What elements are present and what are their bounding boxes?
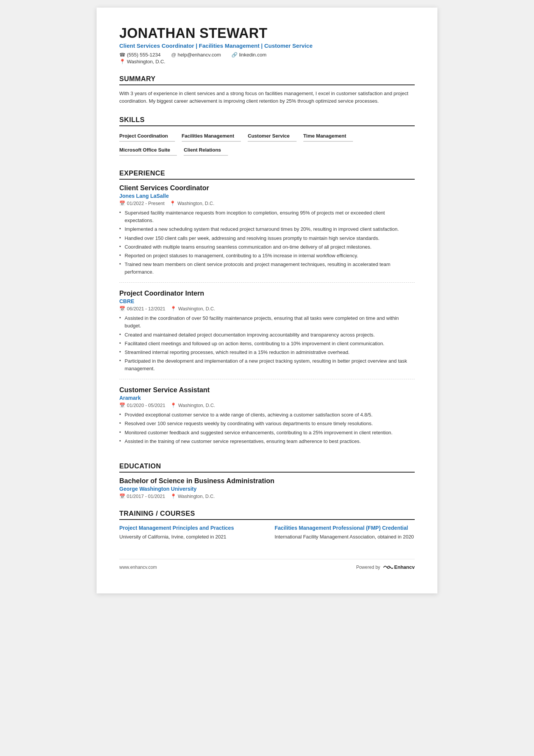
summary-section: SUMMARY With 3 years of experience in cl… bbox=[119, 75, 415, 106]
job-dates: 📅 01/2022 - Present bbox=[119, 200, 164, 206]
edu-school: George Washington University bbox=[119, 486, 415, 492]
page-footer: www.enhancv.com Powered by Enhancv bbox=[119, 559, 415, 571]
skills-section: SKILLS Project CoordinationFacilities Ma… bbox=[119, 116, 415, 159]
company-name: Jones Lang LaSalle bbox=[119, 193, 415, 199]
experience-entry: Customer Service Assistant Aramark 📅 01/… bbox=[119, 386, 415, 452]
training-desc: International Facility Management Associ… bbox=[275, 533, 415, 541]
phone-contact: ☎ (555) 555-1234 bbox=[119, 52, 161, 58]
skill-item: Client Relations bbox=[184, 145, 228, 156]
bullet-item: Participated in the development and impl… bbox=[119, 357, 415, 373]
education-heading: EDUCATION bbox=[119, 462, 415, 473]
location-icon: 📍 bbox=[170, 402, 176, 408]
location-icon: 📍 bbox=[170, 200, 176, 206]
contact-info: ☎ (555) 555-1234 @ help@enhancv.com 🔗 li… bbox=[119, 52, 415, 58]
training-title: Project Management Principles and Practi… bbox=[119, 524, 259, 532]
skill-item: Customer Service bbox=[248, 131, 297, 142]
training-section: TRAINING / COURSES Project Management Pr… bbox=[119, 510, 415, 541]
date-range: 06/2021 - 12/2021 bbox=[127, 306, 165, 311]
enhancv-logo-icon bbox=[383, 564, 393, 571]
summary-text: With 3 years of experience in client ser… bbox=[119, 90, 415, 106]
education-entries: Bachelor of Science in Business Administ… bbox=[119, 477, 415, 499]
education-entry: Bachelor of Science in Business Administ… bbox=[119, 477, 415, 499]
bullet-item: Handled over 150 client calls per week, … bbox=[119, 235, 415, 242]
experience-section: EXPERIENCE Client Services Coordinator J… bbox=[119, 169, 415, 452]
training-item: Project Management Principles and Practi… bbox=[119, 524, 259, 541]
training-grid: Project Management Principles and Practi… bbox=[119, 524, 415, 541]
job-dates: 📅 01/2020 - 05/2021 bbox=[119, 402, 165, 408]
summary-heading: SUMMARY bbox=[119, 75, 415, 85]
training-title: Facilities Management Professional (FMP)… bbox=[275, 524, 415, 532]
job-meta: 📅 01/2020 - 05/2021 📍 Washington, D.C. bbox=[119, 402, 415, 408]
location-text: Washington, D.C. bbox=[178, 403, 215, 408]
edu-meta: 📅 01/2017 - 01/2021 📍 Washington, D.C. bbox=[119, 493, 415, 499]
bullet-item: Monitored customer feedback and suggeste… bbox=[119, 429, 415, 437]
bullet-item: Assisted in the training of new customer… bbox=[119, 438, 415, 445]
job-title: Project Coordinator Intern bbox=[119, 290, 415, 297]
calendar-icon: 📅 bbox=[119, 402, 125, 408]
job-title: Client Services Coordinator bbox=[119, 184, 415, 192]
location-text: Washington, D.C. bbox=[127, 59, 165, 64]
bullet-item: Streamlined internal reporting processes… bbox=[119, 349, 415, 356]
linkedin-contact: 🔗 linkedin.com bbox=[231, 52, 266, 58]
bullet-list: Provided exceptional customer service to… bbox=[119, 411, 415, 445]
training-item: Facilities Management Professional (FMP)… bbox=[275, 524, 415, 541]
linkedin-icon: 🔗 bbox=[231, 52, 237, 58]
job-meta: 📅 06/2021 - 12/2021 📍 Washington, D.C. bbox=[119, 306, 415, 311]
edu-degree: Bachelor of Science in Business Administ… bbox=[119, 477, 415, 485]
location-icon: 📍 bbox=[170, 306, 176, 311]
job-location: 📍 Washington, D.C. bbox=[170, 306, 215, 311]
skill-item: Project Coordination bbox=[119, 131, 175, 142]
candidate-title: Client Services Coordinator | Facilities… bbox=[119, 42, 415, 49]
calendar-icon: 📅 bbox=[119, 306, 125, 311]
edu-location: 📍 Washington, D.C. bbox=[170, 493, 215, 499]
experience-entry: Client Services Coordinator Jones Lang L… bbox=[119, 184, 415, 283]
skill-item: Time Management bbox=[303, 131, 353, 142]
bullet-item: Assisted in the coordination of over 50 … bbox=[119, 315, 415, 330]
enhancv-brand: Enhancv bbox=[383, 564, 415, 571]
experience-entry: Project Coordinator Intern CBRE 📅 06/202… bbox=[119, 290, 415, 379]
bullet-list: Assisted in the coordination of over 50 … bbox=[119, 315, 415, 373]
experience-entries: Client Services Coordinator Jones Lang L… bbox=[119, 184, 415, 452]
linkedin-url: linkedin.com bbox=[239, 52, 266, 58]
job-dates: 📅 06/2021 - 12/2021 bbox=[119, 306, 165, 311]
company-name: CBRE bbox=[119, 298, 415, 304]
location-icon: 📍 bbox=[119, 59, 125, 64]
training-desc: University of California, Irvine, comple… bbox=[119, 533, 259, 541]
header-section: JONATHAN STEWART Client Services Coordin… bbox=[119, 26, 415, 64]
job-title: Customer Service Assistant bbox=[119, 386, 415, 394]
phone-number: (555) 555-1234 bbox=[127, 52, 161, 58]
date-range: 01/2022 - Present bbox=[127, 201, 164, 206]
job-location: 📍 Washington, D.C. bbox=[170, 200, 214, 206]
edu-dates: 📅 01/2017 - 01/2021 bbox=[119, 493, 165, 499]
bullet-list: Supervised facility maintenance requests… bbox=[119, 209, 415, 276]
job-location: 📍 Washington, D.C. bbox=[170, 402, 215, 408]
company-name: Aramark bbox=[119, 395, 415, 401]
resume-page: JONATHAN STEWART Client Services Coordin… bbox=[97, 8, 437, 593]
bullet-item: Created and maintained detailed project … bbox=[119, 331, 415, 339]
job-meta: 📅 01/2022 - Present 📍 Washington, D.C. bbox=[119, 200, 415, 206]
experience-heading: EXPERIENCE bbox=[119, 169, 415, 180]
skill-item: Microsoft Office Suite bbox=[119, 145, 177, 156]
footer-website: www.enhancv.com bbox=[119, 565, 157, 570]
email-contact: @ help@enhancv.com bbox=[171, 52, 221, 58]
bullet-item: Trained new team members on client servi… bbox=[119, 261, 415, 276]
date-range: 01/2020 - 05/2021 bbox=[127, 403, 165, 408]
training-heading: TRAINING / COURSES bbox=[119, 510, 415, 520]
location-icon: 📍 bbox=[170, 494, 176, 499]
calendar-icon: 📅 bbox=[119, 200, 125, 206]
enhancv-text: Enhancv bbox=[394, 564, 415, 570]
skills-heading: SKILLS bbox=[119, 116, 415, 126]
skills-grid: Project CoordinationFacilities Managemen… bbox=[119, 131, 415, 159]
location-text: Washington, D.C. bbox=[178, 306, 215, 311]
bullet-item: Supervised facility maintenance requests… bbox=[119, 209, 415, 224]
education-section: EDUCATION Bachelor of Science in Busines… bbox=[119, 462, 415, 499]
skill-item: Facilities Management bbox=[182, 131, 241, 142]
bullet-item: Facilitated client meetings and followed… bbox=[119, 340, 415, 347]
bullet-item: Coordinated with multiple teams ensuring… bbox=[119, 243, 415, 251]
phone-icon: ☎ bbox=[119, 52, 125, 58]
candidate-name: JONATHAN STEWART bbox=[119, 26, 415, 41]
bullet-item: Resolved over 100 service requests weekl… bbox=[119, 420, 415, 427]
email-address: help@enhancv.com bbox=[178, 52, 221, 58]
powered-by-label: Powered by bbox=[356, 565, 380, 570]
location-info: 📍 Washington, D.C. bbox=[119, 59, 415, 64]
